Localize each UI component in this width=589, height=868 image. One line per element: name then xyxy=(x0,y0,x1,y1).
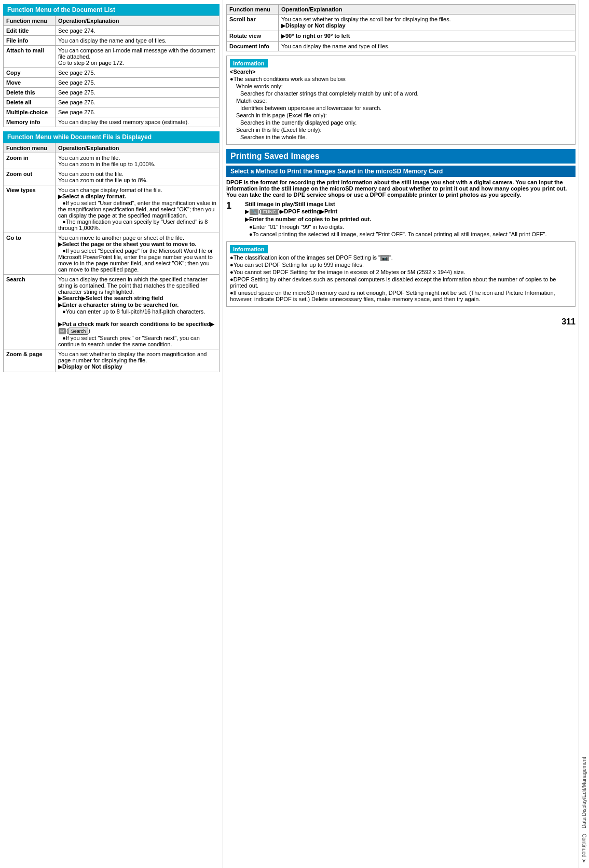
info-search-section: Information <Search> ●The search conditi… xyxy=(226,56,576,145)
col2-header: Operation/Explanation xyxy=(56,16,220,26)
func-icon: 🔧 xyxy=(250,209,258,215)
table-row: Rotate view ▶90° to right or 90° to left xyxy=(227,31,576,42)
info-search-intro: ●The search conditions work as shown bel… xyxy=(230,76,572,82)
info-box-header: Information xyxy=(230,59,268,67)
printing-info-header: Information xyxy=(230,245,268,253)
func-edit-title: Edit title xyxy=(4,26,56,36)
table-row: Scroll bar You can set whether to displa… xyxy=(227,15,576,31)
table-row: Document info You can display the name a… xyxy=(227,42,576,51)
search-file-label: Search in this file (Excel file only): xyxy=(236,127,572,133)
step1-line1: Still image in play/Still image List xyxy=(245,201,547,207)
search-file-desc: Searches in the whole file. xyxy=(240,134,572,140)
desc-view-types: You can change display format of the fil… xyxy=(56,185,220,233)
func-memory-info: Memory info xyxy=(4,117,56,127)
printing-bullet2: ●You can set DPOF Setting for up to 999 … xyxy=(230,262,572,268)
step1-bullet1: ●Enter "01" through "99" in two digits. xyxy=(249,224,547,230)
match-case-label: Match case: xyxy=(236,98,572,104)
printing-intro: DPOF is the format for recording the pri… xyxy=(226,179,576,198)
r-col2-header: Operation/Explanation xyxy=(279,5,576,15)
search-page-label: Search in this page (Excel file only): xyxy=(236,112,572,118)
func-go-to: Go to xyxy=(4,233,56,275)
whole-words-desc: Searches for character strings that comp… xyxy=(240,90,572,97)
step1-container: 1 Still image in play/Still image List ▶… xyxy=(226,201,576,238)
table-row: Multiple-choice See page 276. xyxy=(4,107,220,117)
right-section1-table: Function menu Operation/Explanation Scro… xyxy=(226,4,576,51)
table-row: Edit title See page 274. xyxy=(4,26,220,36)
desc-go-to: You can move to another page or sheet of… xyxy=(56,233,220,275)
table-row: Go to You can move to another page or sh… xyxy=(4,233,220,275)
desc-copy: See page 275. xyxy=(56,68,220,78)
dpof-icon: 📷 xyxy=(380,255,389,261)
desc-document-info: You can display the name and type of fil… xyxy=(279,42,576,51)
match-case-desc: Identifies between uppercase and lowerca… xyxy=(240,105,572,111)
func-file-info: File info xyxy=(4,36,56,46)
desc-attach-mail: You can compose an i-mode mail message w… xyxy=(56,46,220,68)
func-multiple-choice: Multiple-choice xyxy=(4,107,56,117)
table-row: Zoom out You can zoom out the file.You c… xyxy=(4,169,220,185)
printing-subheader: Select a Method to Print the Images Save… xyxy=(226,166,576,177)
table-row: Delete all See page 276. xyxy=(4,98,220,107)
func-view-types: View types xyxy=(4,185,56,233)
step1-line2: ▶🔧(FUNC)▶DPOF setting▶Print xyxy=(245,208,547,215)
search-button-icon: Search xyxy=(69,328,89,335)
step1-number: 1 xyxy=(226,201,231,238)
func-delete-this: Delete this xyxy=(4,88,56,98)
desc-edit-title: See page 274. xyxy=(56,26,220,36)
right-sidebar: Data Display/Edit/Management Continued ➤ xyxy=(579,0,589,868)
printing-bullet3: ●You cannot set DPOF Setting for the ima… xyxy=(230,269,572,275)
desc-multiple-choice: See page 276. xyxy=(56,107,220,117)
desc-move: See page 275. xyxy=(56,78,220,88)
func-label: FUNC xyxy=(261,209,278,215)
col1-header: Function menu xyxy=(4,16,56,26)
desc-zoom-out: You can zoom out the file.You can zoom o… xyxy=(56,169,220,185)
printing-info-section: Information ●The classification icon of … xyxy=(226,241,576,307)
table-row: Delete this See page 275. xyxy=(4,88,220,98)
s2-col1-header: Function menu xyxy=(4,143,56,153)
func-rotate-view: Rotate view xyxy=(227,31,279,42)
func-copy: Copy xyxy=(4,68,56,78)
search-page-desc: Searches in the currently displayed page… xyxy=(240,119,572,126)
whole-words-label: Whole words only: xyxy=(236,83,572,89)
desc-rotate-view: ▶90° to right or 90° to left xyxy=(279,31,576,42)
desc-memory-info: You can display the used memory space (e… xyxy=(56,117,220,127)
func-search: Search xyxy=(4,275,56,349)
s2-col2-header: Operation/Explanation xyxy=(56,143,220,153)
table-row: Memory info You can display the used mem… xyxy=(4,117,220,127)
func-delete-all: Delete all xyxy=(4,98,56,107)
page-number: 311 xyxy=(561,317,576,327)
table-row: View types You can change display format… xyxy=(4,185,220,233)
func-move: Move xyxy=(4,78,56,88)
func-zoom-page: Zoom & page xyxy=(4,349,56,372)
table-row: Zoom & page You can set whether to displ… xyxy=(4,349,220,372)
section2-table: Function menu Operation/Explanation Zoom… xyxy=(3,143,220,372)
section2-header: Function Menu while Document File is Dis… xyxy=(3,131,220,143)
desc-zoom-in: You can zoom in the file.You can zoom in… xyxy=(56,153,220,169)
func-document-info: Document info xyxy=(227,42,279,51)
table-row: Attach to mail You can compose an i-mode… xyxy=(4,46,220,68)
printing-bullet1: ●The classification icon of the images s… xyxy=(230,254,572,261)
info-search-title: <Search> xyxy=(230,69,572,75)
desc-file-info: You can display the name and type of fil… xyxy=(56,36,220,46)
table-row: Move See page 275. xyxy=(4,78,220,88)
desc-delete-all: See page 276. xyxy=(56,98,220,107)
step1-bullet2: ●To cancel printing the selected still i… xyxy=(249,231,547,237)
table-row: Search You can display the screen in whi… xyxy=(4,275,220,349)
printing-bullet4: ●DPOF Setting by other devices such as p… xyxy=(230,276,572,289)
func-scroll-bar: Scroll bar xyxy=(227,15,279,31)
section1-header: Function Menu of the Document List xyxy=(3,4,220,16)
desc-search: You can display the screen in which the … xyxy=(56,275,220,349)
table-row: Zoom in You can zoom in the file.You can… xyxy=(4,153,220,169)
func-zoom-in: Zoom in xyxy=(4,153,56,169)
printing-header: Printing Saved Images xyxy=(226,149,576,164)
desc-delete-this: See page 275. xyxy=(56,88,220,98)
table-row: Copy See page 275. xyxy=(4,68,220,78)
section1-table: Function menu Operation/Explanation Edit… xyxy=(3,16,220,127)
func-attach-mail: Attach to mail xyxy=(4,46,56,68)
func-zoom-out: Zoom out xyxy=(4,169,56,185)
step1-line3: ▶Enter the number of copies to be printe… xyxy=(245,216,547,223)
desc-scroll-bar: You can set whether to display the scrol… xyxy=(279,15,576,31)
sidebar-label: Data Display/Edit/Management xyxy=(581,757,587,829)
continued-label: Continued ➤ xyxy=(581,834,587,863)
printing-bullet5: ●If unused space on the microSD memory c… xyxy=(230,290,572,302)
step1-content: Still image in play/Still image List ▶🔧(… xyxy=(245,201,547,238)
